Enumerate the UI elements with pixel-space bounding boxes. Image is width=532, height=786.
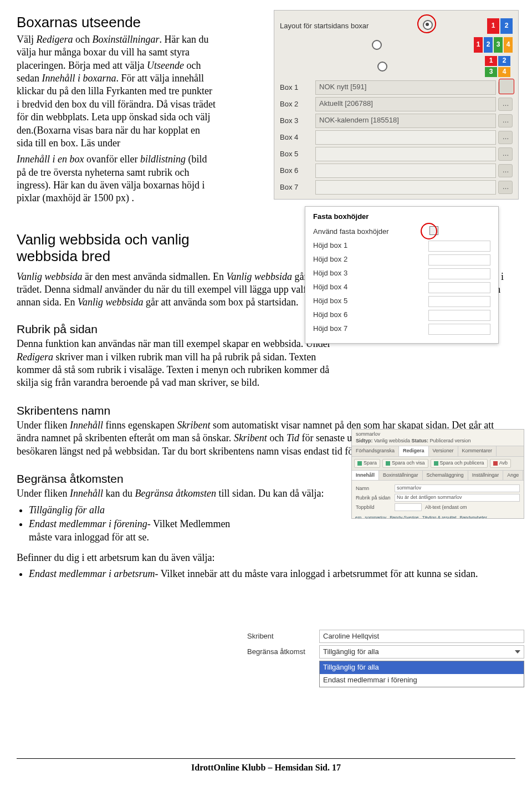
height-label: Höjd box 4 [313, 283, 428, 292]
box-5-field[interactable] [315, 147, 496, 161]
box-2-field[interactable]: Aktuellt [206788] [315, 97, 496, 111]
tab-edit[interactable]: Redigera [399, 446, 429, 456]
layout-option-2-preview: 1234 [474, 37, 513, 53]
name-input[interactable]: sommarlov [395, 484, 520, 492]
rubrik-label: Rubrik på sidan [356, 495, 395, 502]
section-rubrik: Rubrik på sidan Denna funktion kan använ… [17, 321, 349, 390]
list-item: Endast medlemmar i förening- Vilket Medl… [29, 518, 249, 544]
begransa-screenshot: Skribent Caroline Hellqvist Begränsa åtk… [247, 627, 524, 676]
height-box-2-input[interactable] [428, 254, 490, 266]
height-box-3-input[interactable] [428, 268, 490, 279]
alt-label: Alt-text (endast om [425, 504, 467, 511]
tab-boxsettings[interactable]: Boxinställningar [379, 471, 423, 481]
box-row-label: Box 2 [280, 100, 315, 109]
tab-versions[interactable]: Versioner [429, 446, 458, 456]
para-rubrik: Denna funktion kan användas när man till… [17, 338, 349, 390]
height-label: Höjd box 6 [313, 310, 428, 320]
toppbild-label: Toppbild [356, 504, 395, 511]
begransa-select[interactable]: Tillgänglig för alla [319, 645, 524, 659]
layout-option-1-preview: 12 [487, 18, 513, 34]
height-label: Höjd box 1 [313, 241, 428, 251]
toppbild-input[interactable] [395, 503, 422, 511]
toolbar: Spara Spara och visa Spara och publicera… [352, 457, 524, 471]
tabbar-secondary: Innehåll Boxinställningar Schemaläggning… [352, 471, 524, 481]
list-item: Endast medlemmar i arbetsrum- Vilket inn… [29, 568, 515, 580]
annotation-circle-icon [417, 14, 436, 33]
box-row-label: Box 5 [280, 150, 315, 159]
tab-schedule[interactable]: Schemaläggning [423, 471, 468, 481]
access-options-list: Tillgänglig för alla Endast medlemmar i … [17, 504, 249, 544]
tab-preview[interactable]: Förhandsgranska [352, 446, 399, 456]
para-box-appearance-2: Innehåll i en box ovanför eller bildlist… [17, 153, 216, 205]
box-3-field[interactable]: NOK-kalendern [185518] [315, 114, 496, 128]
layout-option-3-radio[interactable] [377, 62, 387, 72]
skribent-input[interactable]: Caroline Hellqvist [319, 630, 524, 643]
x-icon [493, 461, 498, 466]
layout-option-2-radio[interactable] [372, 40, 382, 50]
height-box-6-input[interactable] [428, 310, 490, 321]
disk-icon [386, 461, 390, 466]
tab-content[interactable]: Innehåll [352, 471, 379, 481]
use-fixed-label: Använd fasta boxhöjder [313, 227, 429, 237]
disk-icon [357, 461, 362, 466]
tab-settings[interactable]: Inställningar [468, 471, 504, 481]
height-box-1-input[interactable] [428, 241, 490, 252]
fixed-heights-title: Fasta boxhöjder [313, 212, 490, 222]
rubrik-input[interactable]: Nu är det äntligen sommarlov [395, 494, 520, 502]
heading-skribent: Skribentens namn [17, 403, 515, 418]
box-table: Box 1 NOK nytt [591] … Box 2 Aktuellt [2… [280, 80, 513, 195]
box-6-browse-button[interactable]: … [498, 164, 513, 177]
section-vanlig-webbsida: Vanlig webbsida och vanlig webbsida bred [17, 232, 238, 265]
height-label: Höjd box 5 [313, 297, 428, 306]
access-options-list-2: Endast medlemmar i arbetsrum- Vilket inn… [17, 568, 515, 580]
dropdown-option[interactable]: Tillgänglig för alla [320, 661, 524, 674]
box-3-browse-button[interactable]: … [498, 114, 513, 127]
begransa-dropdown: Tillgänglig för alla Endast medlemmar i … [319, 661, 524, 687]
box-4-field[interactable] [315, 130, 496, 145]
annotation-circle-icon [421, 223, 437, 239]
rubrik-screenshot: sommarlov Sidtyp: Vanlig webbsida Status… [351, 429, 524, 519]
heading-rubrik: Rubrik på sidan [17, 321, 349, 336]
heading-vanlig-webbsida: Vanlig webbsida och vanlig webbsida bred [17, 232, 238, 265]
box-2-browse-button[interactable]: … [498, 98, 513, 111]
tabbar-primary: Förhandsgranska Redigera Versioner Komme… [352, 446, 524, 457]
heading-box-appearance: Boxarnas utseende [17, 13, 216, 32]
section-box-appearance: Boxarnas utseende Välj Redigera och Boxi… [17, 13, 216, 205]
height-label: Höjd box 7 [313, 324, 428, 334]
cancel-button[interactable]: Avb [490, 459, 511, 468]
list-item: Tillgänglig för alla [29, 504, 249, 517]
layout-option-3-preview: 12 34 [485, 56, 513, 77]
save-show-button[interactable]: Spara och visa [382, 459, 428, 468]
height-box-7-input[interactable] [428, 324, 490, 335]
begransa-label: Begränsa åtkomst [247, 647, 319, 657]
skribent-label: Skribent [247, 632, 319, 641]
box-row-label: Box 3 [280, 116, 315, 126]
height-label: Höjd box 3 [313, 269, 428, 278]
height-box-4-input[interactable] [428, 282, 490, 293]
box-5-browse-button[interactable]: … [498, 147, 513, 161]
para-box-appearance-1: Välj Redigera och Boxinställningar. Här … [17, 33, 216, 150]
breadcrumb-row-1: emsommarlovBandy-SverigeTävling & result… [352, 515, 524, 519]
section-begransa-cont: Befinner du dig i ett arbetsrum kan du ä… [17, 552, 515, 581]
box-row-label: Box 7 [280, 183, 315, 192]
tab-misc[interactable]: Ange [503, 471, 523, 481]
box-7-browse-button[interactable]: … [498, 181, 513, 194]
annotation-circle-icon [499, 79, 514, 94]
name-label: Namn [356, 486, 395, 492]
chevron-down-icon [515, 650, 520, 654]
box-row-label: Box 1 [280, 83, 315, 93]
para-begransa-2: Befinner du dig i ett arbetsrum kan du ä… [17, 552, 515, 564]
tab-comments[interactable]: Kommentarer [458, 446, 497, 456]
save-button[interactable]: Spara [354, 459, 380, 468]
disk-icon [434, 461, 438, 466]
layout-panel: Layout för startsidans boxar 12 1234 12 … [274, 10, 519, 200]
page-name: sommarlov [356, 431, 380, 437]
box-row-label: Box 6 [280, 166, 315, 176]
dropdown-option[interactable]: Endast medlemmar i förening [320, 674, 524, 687]
box-1-field[interactable]: NOK nytt [591] [315, 80, 496, 95]
save-publish-button[interactable]: Spara och publicera [431, 459, 488, 468]
box-4-browse-button[interactable]: … [498, 131, 513, 144]
height-box-5-input[interactable] [428, 296, 490, 307]
box-7-field[interactable] [315, 180, 496, 195]
box-6-field[interactable] [315, 164, 496, 178]
